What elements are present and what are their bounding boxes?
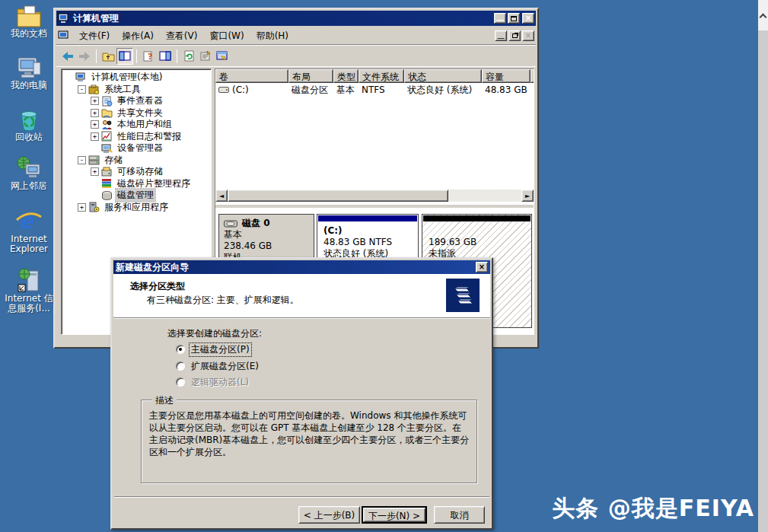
tree-item-disk-defragmenter[interactable]: 磁盘碎片整理程序 — [65, 178, 211, 190]
wizard-close-button[interactable]: × — [476, 262, 488, 272]
tree-expand-icon[interactable]: + — [78, 203, 86, 212]
tree-expand-icon[interactable]: + — [91, 97, 99, 105]
properties-button[interactable] — [197, 48, 214, 65]
tree-expand-icon[interactable]: + — [91, 132, 99, 141]
tree-item-label: 存储 — [103, 154, 124, 167]
tree-collapse-icon[interactable]: - — [78, 156, 86, 164]
desktop-icon-my-computer[interactable]: 我的电脑 — [5, 55, 53, 91]
close-button[interactable]: × — [522, 13, 534, 24]
up-one-level-button[interactable] — [100, 48, 116, 65]
next-step-button-label: 下一步(N) > — [363, 508, 425, 522]
menu-action[interactable]: 操作(A) — [116, 27, 160, 45]
child-restore-button[interactable] — [508, 30, 521, 41]
radio-label: 扩展磁盘分区(E) — [190, 360, 260, 373]
capacity-cell: 48.83 GB — [482, 84, 531, 95]
toolbar-separator — [177, 49, 177, 63]
disk-type: 基本 — [224, 229, 309, 241]
tree-item-services-applications[interactable]: + 服务和应用程序 — [65, 202, 211, 214]
scroll-left-arrow[interactable]: ◄ — [215, 190, 228, 202]
maximize-button[interactable] — [508, 13, 520, 24]
tree-item-disk-management[interactable]: 磁盘管理 — [65, 190, 211, 202]
column-header-free[interactable]: 空闲空间 — [531, 69, 534, 83]
desktop-icon-label: 网上邻居 — [5, 181, 53, 191]
column-header-type[interactable]: 类型 — [333, 69, 359, 83]
desktop-icon-recycle-bin[interactable]: 回收站 — [5, 107, 53, 142]
desktop-icon-label: 回收站 — [5, 132, 53, 142]
tree-collapse-icon[interactable]: - — [78, 85, 86, 94]
radio-primary-partition[interactable]: 主磁盘分区(P) — [176, 343, 251, 355]
menu-view[interactable]: 查看(V) — [160, 27, 204, 45]
menu-help[interactable]: 帮助(H) — [250, 27, 295, 45]
column-header-status[interactable]: 状态 — [404, 69, 482, 83]
menu-file[interactable]: 文件(F) — [73, 27, 116, 45]
tree-item-local-users-groups[interactable]: + 本地用户和组 — [65, 119, 211, 131]
tree-item-performance-logs[interactable]: + 性能日志和警报 — [65, 131, 211, 143]
partition-size-fs: 48.83 GB NTFS — [323, 237, 418, 248]
my-computer-icon — [15, 55, 43, 81]
groupbox-title: 描述 — [152, 394, 177, 407]
description-groupbox: 描述 主要分区是您用基本磁盘上的可用空间创建的卷。Windows 和其他操作系统… — [141, 400, 477, 483]
volume-list-hscrollbar[interactable]: ◄ ► — [215, 190, 534, 202]
computer-icon — [75, 72, 87, 83]
column-header-volume[interactable]: 卷 — [215, 69, 288, 83]
next-step-button[interactable]: 下一步(N) > — [362, 506, 427, 524]
wizard-titlebar[interactable]: 新建磁盘分区向导 × — [113, 260, 490, 274]
refresh-button[interactable] — [180, 48, 197, 65]
console-help-button[interactable] — [214, 48, 231, 65]
tree-item-removable-storage[interactable]: + 可移动存储 — [65, 166, 211, 178]
menu-window[interactable]: 窗口(W) — [203, 27, 250, 45]
tree-item-label: 共享文件夹 — [116, 107, 164, 119]
column-header-fs[interactable]: 文件系统 — [359, 69, 404, 83]
desktop-icon-label: 我的文档 — [5, 29, 53, 39]
show-console-tree-button[interactable] — [116, 48, 133, 65]
tree-expand-icon[interactable]: + — [91, 109, 99, 117]
system-tools-icon — [88, 84, 100, 94]
column-header-layout[interactable]: 布局 — [288, 69, 333, 83]
defragmenter-icon — [101, 178, 113, 189]
tree-item-computer-management[interactable]: 计算机管理(本地) — [65, 72, 211, 84]
back-button[interactable] — [59, 48, 76, 65]
cancel-button[interactable]: 取消 — [434, 506, 485, 524]
chevron-up-icon — [760, 13, 767, 21]
desktop-icon-iis[interactable]: Internet 信息服务(I... — [5, 268, 53, 314]
watermark-text: 头条 @我是FEIYA — [552, 493, 754, 524]
wizard-header: 选择分区类型 有三种磁盘分区: 主要、扩展和逻辑。 — [113, 274, 490, 318]
scroll-right-arrow[interactable]: ► — [521, 190, 534, 202]
scrollbar-up-button[interactable] — [758, 0, 768, 30]
volume-row-c[interactable]: (C:) 磁盘分区 基本 NTFS 状态良好 (系统) 48.83 GB 3 — [215, 83, 534, 97]
radio-logical-drive: 逻辑驱动器(L) — [176, 376, 250, 388]
column-header-capacity[interactable]: 容量 — [482, 69, 531, 83]
child-close-button[interactable]: × — [522, 30, 534, 41]
tree-item-shared-folders[interactable]: + 共享文件夹 — [65, 107, 211, 119]
page-scrollbar[interactable] — [758, 0, 768, 532]
show-action-pane-button[interactable] — [157, 48, 174, 65]
desktop-icon-network-places[interactable]: 网上邻居 — [5, 155, 53, 191]
desktop-icon-internet-explorer[interactable]: e Internet Explorer — [5, 207, 53, 254]
help-topics-button[interactable]: ? — [140, 48, 157, 65]
partition-color-bar — [318, 215, 417, 221]
tree-item-system-tools[interactable]: - 系统工具 — [65, 84, 211, 96]
tree-item-label: 事件查看器 — [116, 94, 164, 107]
storage-icon — [88, 155, 100, 165]
tree-expand-icon[interactable]: + — [91, 167, 99, 176]
tree-expand-icon[interactable]: + — [91, 120, 99, 129]
minimize-button[interactable]: — — [494, 13, 506, 24]
forward-button[interactable] — [76, 48, 93, 65]
window-titlebar[interactable]: 计算机管理 — × — [56, 11, 536, 26]
my-documents-icon — [15, 3, 43, 29]
radio-extended-partition[interactable]: 扩展磁盘分区(E) — [176, 360, 260, 372]
back-step-button[interactable]: < 上一步(B) — [298, 506, 360, 524]
tree-item-storage[interactable]: - 存储 — [65, 155, 211, 167]
partition-type-prompt: 选择要创建的磁盘分区: — [167, 327, 262, 340]
volume-table-header: 卷 布局 类型 文件系统 状态 容量 空闲空间 — [215, 69, 534, 83]
radio-unselected-icon — [176, 362, 185, 371]
radio-selected-icon — [176, 345, 185, 354]
scroll-thumb[interactable] — [228, 190, 448, 202]
desktop-icon-my-documents[interactable]: 我的文档 — [5, 3, 53, 39]
tree-item-event-viewer[interactable]: + 事件查看器 — [65, 95, 211, 107]
device-manager-icon — [101, 143, 113, 154]
svg-text:e: e — [19, 209, 35, 234]
tree-item-label: 设备管理器 — [116, 142, 164, 155]
child-minimize-button[interactable]: — — [495, 30, 507, 41]
tree-item-device-manager[interactable]: 设备管理器 — [65, 142, 211, 155]
